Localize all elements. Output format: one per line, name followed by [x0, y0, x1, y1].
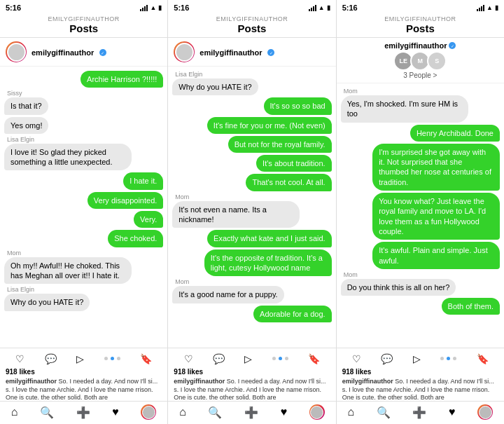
app-header-title: Posts [0, 22, 167, 34]
message-bubble: Is that it? [4, 97, 48, 114]
message-row: You know what? Just leave the royal fami… [341, 193, 500, 240]
status-time: 5:16 [6, 4, 21, 12]
status-bar: 5:16 ▲ ▮ [0, 0, 167, 14]
people-count[interactable]: 3 People > [403, 71, 437, 79]
nav-profile-avatar[interactable] [477, 404, 493, 420]
bookmark-icon[interactable]: 🔖 [477, 353, 489, 364]
nav-search-icon[interactable]: 🔍 [377, 406, 391, 419]
message-row: But not for the royal family. [172, 136, 331, 153]
sender-label: Mom [4, 249, 21, 257]
message-bubble: She choked. [108, 230, 163, 247]
nav-reels-icon[interactable]: ♥ [112, 406, 119, 418]
message-bubble: You know what? Just leave the royal fami… [372, 193, 500, 240]
dots-indicator [272, 357, 288, 360]
battery-icon: ▮ [495, 4, 498, 11]
message-row: Adorable for a dog. [172, 306, 331, 322]
message-bubble: It's not even a name. Its a nickname! [172, 201, 300, 228]
nav-add-icon[interactable]: ➕ [76, 406, 90, 419]
avatar [6, 41, 27, 62]
share-icon[interactable]: ▷ [76, 353, 84, 364]
dots-indicator [440, 357, 456, 360]
nav-home-icon[interactable]: ⌂ [347, 406, 354, 418]
app-header-subtitle: EMILYGIFFINAUTHOR [168, 15, 335, 22]
share-icon[interactable]: ▷ [413, 353, 421, 364]
app-header-subtitle: EMILYGIFFINAUTHOR [0, 15, 167, 22]
caption: emilygiffinauthor So. I needed a day. An… [168, 377, 335, 399]
likes-count: 918 likes [337, 367, 504, 377]
message-bubble: It's the opposite of tradition. It's a l… [204, 249, 332, 277]
like-icon[interactable]: ♡ [184, 353, 193, 364]
app-header: EMILYGIFFINAUTHOR Posts [0, 14, 167, 38]
signal-icon [477, 5, 484, 11]
nav-profile-avatar[interactable] [141, 404, 156, 420]
message-row: MomOh my!! Awful!! He choked. This has M… [4, 249, 163, 285]
nav-bar: ⌂ 🔍 ➕ ♥ [168, 401, 335, 424]
nav-home-icon[interactable]: ⌂ [179, 406, 186, 418]
nav-reels-icon[interactable]: ♥ [449, 406, 456, 418]
message-bubble: Adorable for a dog. [253, 306, 332, 322]
nav-profile-avatar[interactable] [309, 404, 325, 420]
message-row: Very. [4, 211, 163, 228]
message-bubble: Why do you HATE it? [4, 294, 90, 310]
bottom-bar: ♡ 💬 ▷ 🔖918 likesemilygiffinauthor So. I … [168, 348, 335, 401]
comment-icon[interactable]: 💬 [213, 353, 225, 364]
nav-bar: ⌂ 🔍 ➕ ♥ [337, 401, 504, 424]
profile-name-row: emilygiffinauthor [384, 41, 456, 50]
like-icon[interactable]: ♡ [15, 353, 24, 364]
sender-label: Lisa Elgin [4, 136, 34, 143]
verified-icon [267, 49, 274, 56]
app-header: EMILYGIFFINAUTHOR Posts [337, 14, 504, 38]
wifi-icon: ▲ [318, 4, 325, 11]
nav-reels-icon[interactable]: ♥ [281, 406, 288, 418]
profile-info: emilygiffinauthor [200, 46, 274, 58]
app-header-title: Posts [168, 22, 335, 34]
bookmark-icon[interactable]: 🔖 [308, 353, 320, 364]
bottom-bar: ♡ 💬 ▷ 🔖918 likesemilygiffinauthor So. I … [0, 348, 167, 401]
message-row: It's the opposite of tradition. It's a l… [172, 249, 331, 277]
wifi-icon: ▲ [486, 4, 493, 11]
share-icon[interactable]: ▷ [244, 353, 252, 364]
message-bubble: Henry Archibald. Done [410, 125, 500, 142]
phone-panel-3: 5:16 ▲ ▮ EMILYGIFFINAUTHOR Postsemilygif… [337, 0, 504, 424]
status-icons: ▲ ▮ [309, 4, 330, 11]
sender-label: Sissy [4, 90, 22, 97]
profile-name: emilygiffinauthor [384, 41, 447, 50]
nav-add-icon[interactable]: ➕ [244, 406, 258, 419]
likes-count: 918 likes [0, 367, 167, 377]
wifi-icon: ▲ [150, 4, 156, 11]
message-bubble: It's fine for you or me. (Not even) [207, 117, 332, 134]
like-icon[interactable]: ♡ [352, 353, 361, 364]
message-row: It's awful. Plain and simple. Just awful… [341, 242, 500, 269]
message-row: It's so so so bad [172, 97, 331, 114]
message-bubble: I'm surprised she got away with it. Not … [372, 144, 500, 191]
dot-active [447, 357, 450, 360]
bottom-bar: ♡ 💬 ▷ 🔖918 likesemilygiffinauthor So. I … [337, 348, 504, 401]
message-bubble: I hate it. [123, 172, 163, 189]
bookmark-icon[interactable]: 🔖 [140, 353, 152, 364]
message-bubble: Very. [134, 211, 163, 228]
message-bubble: Why do you HATE it? [172, 78, 258, 95]
message-bubble: Do you think this is all on her? [341, 279, 456, 296]
nav-home-icon[interactable]: ⌂ [11, 406, 18, 418]
sender-label: Lisa Elgin [4, 286, 34, 293]
chat-area: Archie Harrison ?!!!!!SissyIs that it?Ye… [0, 67, 167, 348]
comment-icon[interactable]: 💬 [45, 353, 57, 364]
profile-name: emilygiffinauthor [31, 48, 94, 57]
message-bubble: But not for the royal family. [228, 136, 332, 153]
action-row: ♡ 💬 ▷ 🔖 [0, 351, 167, 367]
nav-search-icon[interactable]: 🔍 [208, 406, 222, 419]
nav-add-icon[interactable]: ➕ [412, 406, 426, 419]
profile-info: emilygiffinauthor [31, 46, 106, 58]
action-row: ♡ 💬 ▷ 🔖 [168, 351, 335, 367]
message-bubble: Oh my!! Awful!! He choked. This has Megh… [4, 257, 132, 285]
message-row: Both of them. [341, 298, 500, 315]
message-row: Exactly what kate and I just said. [172, 230, 331, 247]
message-row: Yes omg! [4, 117, 163, 134]
nav-search-icon[interactable]: 🔍 [40, 406, 54, 419]
dot [104, 357, 108, 360]
dot-active [111, 357, 114, 360]
signal-icon [309, 5, 316, 11]
message-row: Lisa ElginWhy do you HATE it? [4, 286, 163, 310]
comment-icon[interactable]: 💬 [381, 353, 393, 364]
caption-username: emilygiffinauthor [6, 378, 57, 385]
